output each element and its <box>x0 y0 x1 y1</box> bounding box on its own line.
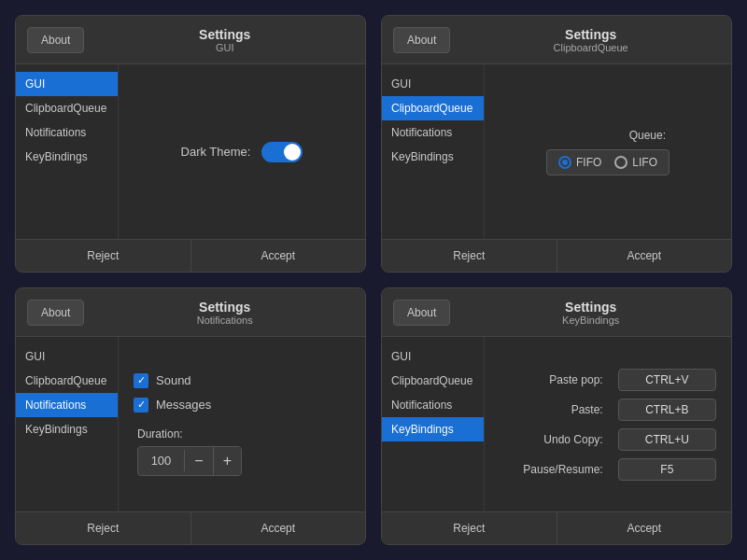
clipboard-content: Queue: FIFO LIFO <box>485 64 731 239</box>
sidebar-keybindings-clip[interactable]: KeyBindings <box>382 145 484 169</box>
queue-label: Queue: <box>629 129 666 142</box>
header-title-clipboard: Settings ClipboardQueue <box>461 27 720 53</box>
paste-pop-label: Paste pop: <box>500 373 603 386</box>
settings-title-keybindings: Settings <box>565 300 616 315</box>
sidebar-item-clipboard[interactable]: ClipboardQueue <box>16 96 118 120</box>
settings-title-clipboard: Settings <box>565 27 616 42</box>
panel-clipboard-body: GUI ClipboardQueue Notifications KeyBind… <box>382 64 731 239</box>
settings-sub-gui: GUI <box>216 42 234 53</box>
toggle-knob <box>284 144 301 161</box>
lifo-radio-circle <box>614 156 627 169</box>
settings-sub-notifications: Notifications <box>197 315 253 326</box>
panel-keybindings-body: GUI ClipboardQueue Notifications KeyBind… <box>382 337 731 511</box>
lifo-label: LIFO <box>632 156 657 169</box>
duration-decrement[interactable]: − <box>185 447 213 475</box>
paste-label: Paste: <box>500 403 603 416</box>
panel-keybindings-header: About Settings KeyBindings <box>382 288 731 337</box>
sidebar-notifications-clip[interactable]: Notifications <box>382 120 484 145</box>
undo-copy-value: CTRL+U <box>618 428 716 451</box>
dark-theme-label: Dark Theme: <box>181 145 251 159</box>
panel-notifications-header: About Settings Notifications <box>16 288 365 337</box>
panel-gui-footer: Reject Accept <box>16 239 365 272</box>
sidebar-gui-kb[interactable]: GUI <box>382 344 484 369</box>
settings-sub-clipboard: ClipboardQueue <box>554 42 628 53</box>
panel-gui-body: GUI ClipboardQueue Notifications KeyBind… <box>16 64 365 239</box>
messages-label: Messages <box>156 398 211 412</box>
duration-increment[interactable]: + <box>213 447 241 475</box>
fifo-label: FIFO <box>576 156 601 169</box>
sidebar-keybindings-notif[interactable]: KeyBindings <box>16 417 118 441</box>
panel-clipboard-footer: Reject Accept <box>382 239 731 272</box>
sidebar-gui: GUI ClipboardQueue Notifications KeyBind… <box>16 64 119 239</box>
dark-theme-toggle[interactable] <box>261 142 303 162</box>
header-title-gui: Settings GUI <box>95 27 354 53</box>
queue-container: Queue: FIFO LIFO <box>546 129 669 175</box>
messages-checkbox-row: ✓ Messages <box>134 398 350 413</box>
about-button-keybindings[interactable]: About <box>393 300 450 326</box>
duration-label: Duration: <box>137 427 183 441</box>
duration-value: 100 <box>138 450 185 471</box>
reject-button-keybindings[interactable]: Reject <box>382 512 557 544</box>
reject-button-gui[interactable]: Reject <box>16 240 191 272</box>
sidebar-gui-notif[interactable]: GUI <box>16 344 118 369</box>
accept-button-notifications[interactable]: Accept <box>191 512 366 544</box>
fifo-radio[interactable]: FIFO <box>558 156 601 169</box>
sidebar-clipboard-notif[interactable]: ClipboardQueue <box>16 369 118 393</box>
about-button-notifications[interactable]: About <box>27 300 84 326</box>
header-title-notifications: Settings Notifications <box>95 300 354 326</box>
settings-title-notifications: Settings <box>199 300 250 315</box>
sidebar-item-gui[interactable]: GUI <box>16 72 118 96</box>
sidebar-keybindings: GUI ClipboardQueue Notifications KeyBind… <box>382 337 485 511</box>
lifo-radio[interactable]: LIFO <box>614 156 657 169</box>
keybinding-grid: Paste pop: CTRL+V Paste: CTRL+B Undo Cop… <box>500 369 716 481</box>
panel-notifications-body: GUI ClipboardQueue Notifications KeyBind… <box>16 337 365 511</box>
settings-sub-keybindings: KeyBindings <box>562 315 619 326</box>
keybindings-content: Paste pop: CTRL+V Paste: CTRL+B Undo Cop… <box>485 337 731 511</box>
panel-keybindings-footer: Reject Accept <box>382 511 731 544</box>
reject-button-notifications[interactable]: Reject <box>16 512 191 544</box>
panel-gui: About Settings GUI GUI ClipboardQueue No… <box>15 15 366 273</box>
duration-container: Duration: 100 − + <box>137 427 242 476</box>
panel-notifications-footer: Reject Accept <box>16 511 365 544</box>
panel-keybindings: About Settings KeyBindings GUI Clipboard… <box>381 287 732 545</box>
panel-clipboard: About Settings ClipboardQueue GUI Clipbo… <box>381 15 732 273</box>
header-title-keybindings: Settings KeyBindings <box>461 300 720 326</box>
reject-button-clipboard[interactable]: Reject <box>382 240 557 272</box>
pause-resume-value: F5 <box>618 458 716 481</box>
fifo-radio-dot <box>562 160 568 165</box>
panel-clipboard-header: About Settings ClipboardQueue <box>382 16 731 64</box>
duration-control: 100 − + <box>137 446 242 476</box>
sound-checkbox-row: ✓ Sound <box>134 373 350 388</box>
sidebar-clipboard-clip[interactable]: ClipboardQueue <box>382 96 484 120</box>
pause-resume-label: Pause/Resume: <box>500 463 603 476</box>
paste-pop-value: CTRL+V <box>618 369 716 391</box>
notifications-content: ✓ Sound ✓ Messages Duration: 100 − + <box>119 337 365 511</box>
messages-checkbox[interactable]: ✓ <box>134 398 148 413</box>
sidebar-item-notifications[interactable]: Notifications <box>16 120 118 145</box>
sound-checkbox[interactable]: ✓ <box>134 373 148 388</box>
sidebar-keybindings-kb[interactable]: KeyBindings <box>382 417 484 441</box>
settings-title-gui: Settings <box>199 27 250 42</box>
dark-theme-row: Dark Theme: <box>181 142 303 162</box>
sidebar-clipboard: GUI ClipboardQueue Notifications KeyBind… <box>382 64 485 239</box>
paste-value: CTRL+B <box>618 399 716 421</box>
accept-button-gui[interactable]: Accept <box>191 240 366 272</box>
about-button-clipboard[interactable]: About <box>393 27 450 53</box>
sidebar-gui-clip[interactable]: GUI <box>382 72 484 96</box>
sidebar-notifications: GUI ClipboardQueue Notifications KeyBind… <box>16 337 119 511</box>
gui-content: Dark Theme: <box>119 64 365 239</box>
sidebar-notifications-notif[interactable]: Notifications <box>16 393 118 417</box>
fifo-radio-circle <box>558 156 571 169</box>
undo-copy-label: Undo Copy: <box>500 433 603 446</box>
accept-button-keybindings[interactable]: Accept <box>557 512 732 544</box>
radio-group: FIFO LIFO <box>546 149 669 175</box>
sidebar-notifications-kb[interactable]: Notifications <box>382 393 484 417</box>
sidebar-clipboard-kb[interactable]: ClipboardQueue <box>382 369 484 393</box>
panel-notifications: About Settings Notifications GUI Clipboa… <box>15 287 366 545</box>
sidebar-item-keybindings[interactable]: KeyBindings <box>16 145 118 169</box>
sound-label: Sound <box>156 373 191 387</box>
about-button-gui[interactable]: About <box>27 27 84 53</box>
panel-gui-header: About Settings GUI <box>16 16 365 64</box>
accept-button-clipboard[interactable]: Accept <box>557 240 732 272</box>
